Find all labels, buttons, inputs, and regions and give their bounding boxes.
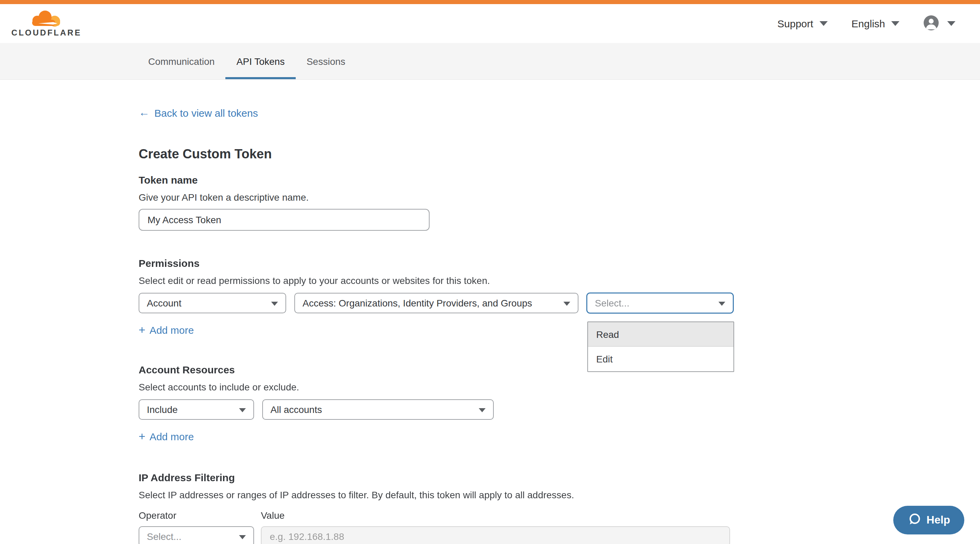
ip-operator-select[interactable]: Select... (138, 526, 254, 544)
permissions-section: Permissions Select edit or read permissi… (138, 257, 980, 336)
token-name-input[interactable] (138, 209, 430, 231)
ip-controls-row: Select... (138, 526, 980, 544)
menu-option-read[interactable]: Read (588, 322, 733, 347)
ip-filtering-section: IP Address Filtering Select IP addresses… (138, 472, 980, 544)
main-content: ← Back to view all tokens Create Custom … (0, 80, 980, 544)
ip-operator-placeholder: Select... (147, 531, 181, 542)
permission-level-select[interactable]: Select... Read Edit (587, 293, 733, 313)
tab-api-tokens[interactable]: API Tokens (226, 43, 296, 79)
permission-scope-select[interactable]: Account (138, 293, 286, 313)
menu-option-edit[interactable]: Edit (588, 347, 733, 371)
token-name-section: Token name Give your API token a descrip… (138, 174, 980, 231)
operator-label: Operator (138, 510, 261, 521)
account-resources-add-more-link[interactable]: + Add more (138, 431, 194, 442)
help-button-label: Help (926, 514, 950, 526)
help-button[interactable]: Help (893, 506, 964, 534)
ip-filtering-heading: IP Address Filtering (138, 472, 980, 483)
token-name-heading: Token name (138, 174, 980, 186)
plus-icon: + (138, 431, 145, 442)
permissions-heading: Permissions (138, 257, 980, 269)
chevron-down-icon (239, 408, 246, 412)
tab-communication[interactable]: Communication (137, 43, 226, 79)
page: CLOUDFLARE Support English (0, 0, 980, 544)
cloudflare-logo[interactable]: CLOUDFLARE (12, 10, 81, 37)
token-name-description: Give your API token a descriptive name. (138, 192, 980, 203)
header: CLOUDFLARE Support English (0, 4, 980, 43)
permission-resource-select[interactable]: Access: Organizations, Identity Provider… (294, 293, 578, 313)
permission-resource-value: Access: Organizations, Identity Provider… (302, 298, 532, 309)
language-label: English (852, 18, 885, 29)
resource-mode-select[interactable]: Include (138, 399, 254, 420)
account-resources-section: Account Resources Select accounts to inc… (138, 364, 980, 443)
page-title: Create Custom Token (138, 147, 980, 162)
support-menu[interactable]: Support (778, 18, 828, 29)
permissions-add-more-link[interactable]: + Add more (138, 324, 194, 336)
chevron-down-icon (891, 21, 899, 26)
cloudflare-cloud-icon (30, 10, 63, 27)
resource-accounts-select[interactable]: All accounts (262, 399, 494, 420)
permissions-row: Account Access: Organizations, Identity … (138, 293, 980, 313)
account-resources-row: Include All accounts (138, 399, 980, 420)
account-resources-heading: Account Resources (138, 364, 980, 376)
chevron-down-icon (479, 408, 485, 412)
ip-value-input[interactable] (261, 526, 730, 544)
permissions-description: Select edit or read permissions to apply… (138, 275, 980, 286)
add-more-label: Add more (150, 431, 194, 442)
chevron-down-icon (271, 302, 278, 306)
ip-labels-row: Operator Value (138, 510, 980, 521)
tab-sessions[interactable]: Sessions (296, 43, 356, 79)
chevron-down-icon (239, 535, 246, 539)
avatar-icon (923, 15, 939, 32)
permission-scope-value: Account (147, 298, 181, 309)
permission-level-placeholder: Select... (595, 298, 629, 309)
resource-accounts-value: All accounts (270, 404, 322, 415)
tab-bar: Communication API Tokens Sessions (0, 43, 980, 80)
left-arrow-icon: ← (138, 106, 150, 119)
brand-accent-bar (0, 0, 980, 4)
chat-bubble-icon (907, 512, 921, 528)
chevron-down-icon (819, 21, 828, 26)
back-to-tokens-link[interactable]: ← Back to view all tokens (138, 106, 258, 119)
chevron-down-icon (947, 21, 955, 26)
plus-icon: + (138, 324, 145, 336)
chevron-down-icon (718, 302, 725, 306)
add-more-label: Add more (150, 324, 194, 336)
language-menu[interactable]: English (852, 18, 899, 29)
value-label: Value (261, 510, 285, 521)
permission-level-menu: Read Edit (587, 322, 734, 372)
back-link-label: Back to view all tokens (154, 107, 258, 119)
chevron-down-icon (563, 302, 570, 306)
resource-mode-value: Include (147, 404, 178, 415)
ip-filtering-description: Select IP addresses or ranges of IP addr… (138, 489, 980, 500)
support-label: Support (778, 18, 813, 29)
account-menu[interactable] (923, 15, 955, 32)
cloudflare-wordmark: CLOUDFLARE (11, 28, 81, 37)
header-nav: Support English (778, 15, 956, 32)
account-resources-description: Select accounts to include or exclude. (138, 382, 980, 392)
